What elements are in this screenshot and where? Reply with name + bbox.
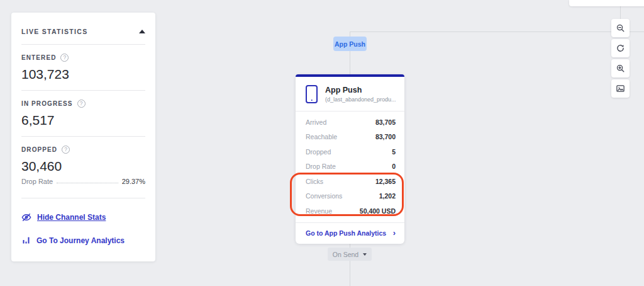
stat-value: 83,705 — [375, 118, 396, 126]
entered-value: 103,723 — [21, 67, 145, 90]
stat-value: 50,400 USD — [360, 207, 396, 215]
journey-analytics-label: Go To Journey Analytics — [36, 236, 125, 245]
node-subtitle: (d_last_abandoned_produ... — [325, 96, 396, 103]
stat-label: Reachable — [306, 133, 337, 140]
stat-value: 83,700 — [375, 133, 396, 140]
snapshot-button[interactable] — [611, 79, 630, 98]
in-progress-label: IN PROGRESS — [21, 100, 73, 107]
hide-channel-stats-link[interactable]: Hide Channel Stats — [21, 212, 145, 222]
collapse-caret-icon[interactable] — [139, 30, 145, 33]
hide-channel-stats-label: Hide Channel Stats — [37, 213, 106, 222]
help-icon[interactable] — [60, 54, 69, 62]
zoom-in-button[interactable] — [611, 59, 630, 77]
dropped-label: DROPPED — [21, 146, 57, 153]
node-header[interactable]: App Push (d_last_abandoned_produ... — [296, 77, 404, 111]
app-push-analytics-label: Go to App Push Analytics — [306, 229, 386, 237]
journey-analytics-link[interactable]: Go To Journey Analytics — [21, 236, 145, 245]
zoom-in-icon — [616, 64, 625, 73]
dotted-leader — [57, 183, 118, 183]
dropped-section: DROPPED 30,460 Drop Rate 29.37% — [21, 137, 145, 195]
stat-row-clicks: Clicks 12,365 — [296, 174, 404, 189]
entered-label: ENTERED — [21, 54, 56, 61]
on-send-label: On Send — [333, 251, 358, 258]
eye-off-icon — [21, 212, 31, 222]
stat-value: 1,202 — [379, 192, 396, 200]
panel-title: LIVE STATISTICS — [21, 28, 87, 35]
drop-rate-label: Drop Rate — [21, 178, 53, 185]
on-send-dropdown[interactable]: On Send — [328, 248, 372, 261]
stat-label: Arrived — [306, 118, 326, 126]
stat-label: Drop Rate — [306, 163, 336, 170]
app-push-node-card: App Push (d_last_abandoned_produ... Arri… — [296, 74, 404, 244]
zoom-out-button[interactable] — [611, 19, 630, 37]
stat-value: 5 — [392, 148, 396, 156]
branch-chip-app-push[interactable]: App Push — [333, 37, 367, 51]
stat-row-revenue: Revenue 50,400 USD — [296, 203, 404, 219]
stat-row-drop-rate: Drop Rate 0 — [296, 159, 404, 174]
stat-label: Clicks — [306, 178, 323, 185]
in-progress-section: IN PROGRESS 6,517 — [21, 91, 145, 136]
stat-row-arrived: Arrived 83,705 — [296, 115, 404, 130]
drop-rate-row: Drop Rate 29.37% — [21, 178, 145, 195]
entered-section: ENTERED 103,723 — [21, 45, 145, 90]
in-progress-value: 6,517 — [21, 113, 145, 136]
drop-rate-value: 29.37% — [122, 178, 145, 185]
app-push-analytics-link[interactable]: Go to App Push Analytics › — [296, 223, 404, 244]
offscreen-node-fragment — [569, 0, 644, 6]
bar-chart-icon — [21, 236, 31, 245]
chevron-right-icon: › — [393, 230, 396, 236]
branch-connector-horizontal — [350, 31, 644, 32]
stat-row-reachable: Reachable 83,700 — [296, 130, 404, 145]
help-icon[interactable] — [62, 146, 70, 154]
live-statistics-panel: LIVE STATISTICS ENTERED 103,723 IN PROGR… — [11, 13, 155, 261]
canvas-toolbar — [611, 19, 630, 100]
image-icon — [616, 84, 625, 93]
help-icon[interactable] — [77, 100, 86, 108]
node-title: App Push — [325, 86, 396, 94]
zoom-out-icon — [616, 23, 625, 33]
refresh-icon — [616, 43, 625, 53]
node-stats: Arrived 83,705 Reachable 83,700 Dropped … — [296, 112, 404, 222]
refresh-button[interactable] — [611, 39, 630, 57]
dropped-value: 30,460 — [21, 159, 145, 176]
stat-label: Conversions — [306, 192, 342, 200]
stat-label: Dropped — [306, 148, 331, 156]
chevron-down-icon — [363, 253, 367, 256]
stat-row-conversions: Conversions 1,202 — [296, 189, 404, 204]
phone-icon — [306, 85, 318, 103]
stat-label: Revenue — [306, 207, 332, 215]
stat-value: 0 — [392, 163, 396, 170]
stat-row-dropped: Dropped 5 — [296, 144, 404, 159]
stat-value: 12,365 — [375, 178, 396, 185]
